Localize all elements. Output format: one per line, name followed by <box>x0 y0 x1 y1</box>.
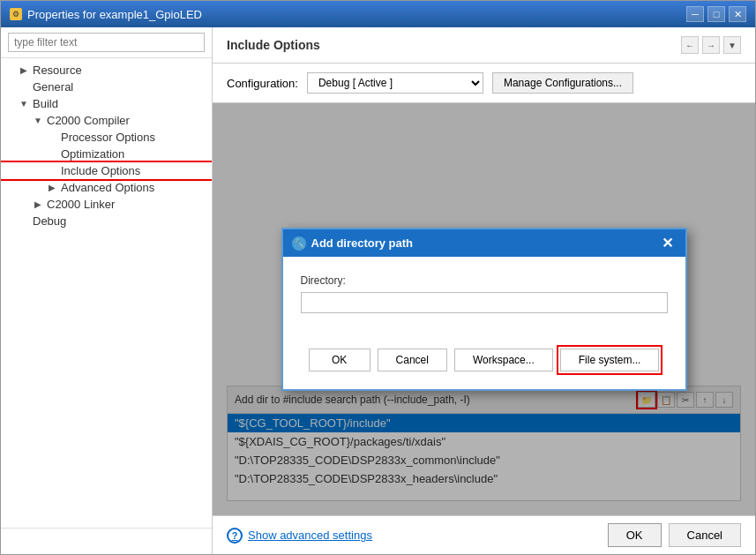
filter-bar <box>1 27 212 58</box>
modal-close-button[interactable]: ✕ <box>658 235 677 251</box>
sidebar-item-label: Resource <box>33 64 82 77</box>
modal-title-text: Add directory path <box>311 236 414 250</box>
modal-body: Directory: OK Cancel Workspace... File s… <box>283 257 685 389</box>
expand-arrow: ▶ <box>33 199 43 209</box>
panel-header: Include Options ← → ▼ <box>213 27 755 64</box>
expand-arrow: ▶ <box>19 65 29 75</box>
properties-window: ⚙ Properties for example1_GpioLED ─ □ ✕ … <box>0 0 756 555</box>
window-title: Properties for example1_GpioLED <box>27 8 202 21</box>
minimize-button[interactable]: ─ <box>686 6 704 22</box>
sidebar-item-label: Processor Options <box>61 131 155 144</box>
sidebar-item-general[interactable]: General <box>1 79 212 95</box>
dialog-cancel-button[interactable]: Cancel <box>378 349 447 371</box>
question-icon: ? <box>227 528 243 544</box>
panel-title: Include Options <box>227 38 320 52</box>
ok-button[interactable]: OK <box>608 523 662 547</box>
add-directory-dialog: 🔧 Add directory path ✕ Directory: OK Can… <box>281 228 687 391</box>
cancel-button[interactable]: Cancel <box>669 523 741 547</box>
directory-input[interactable] <box>301 292 668 313</box>
nav-back-button[interactable]: ← <box>681 36 699 54</box>
sidebar-item-resource[interactable]: ▶ Resource <box>1 62 212 79</box>
expand-arrow: ▶ <box>47 183 57 192</box>
dialog-workspace-button[interactable]: Workspace... <box>454 349 553 371</box>
sidebar-item-include-options[interactable]: Include Options <box>1 162 212 179</box>
sidebar-item-label: General <box>33 80 73 94</box>
tree: ▶ Resource General ▼ Build ▼ C2000 Compi… <box>1 58 212 528</box>
main-content: ▶ Resource General ▼ Build ▼ C2000 Compi… <box>1 27 755 554</box>
sidebar-item-label: C2000 Linker <box>47 198 115 211</box>
include-area: Add dir to #include search path (--inclu… <box>213 103 755 515</box>
sidebar-item-optimization[interactable]: Optimization <box>1 146 212 162</box>
maximize-button[interactable]: □ <box>707 6 725 22</box>
close-button[interactable]: ✕ <box>729 6 746 22</box>
sidebar-item-c2000-linker[interactable]: ▶ C2000 Linker <box>1 196 212 213</box>
sidebar-item-c2000-compiler[interactable]: ▼ C2000 Compiler <box>1 112 212 129</box>
dialog-filesystem-button[interactable]: File system... <box>560 349 660 371</box>
sidebar-item-label: Advanced Options <box>61 181 154 194</box>
modal-overlay: 🔧 Add directory path ✕ Directory: OK Can… <box>213 103 755 515</box>
sidebar-item-build[interactable]: ▼ Build <box>1 95 212 112</box>
panel-nav: ← → ▼ <box>681 36 741 54</box>
sidebar-item-label: Debug <box>33 214 66 228</box>
window-icon: ⚙ <box>10 8 22 20</box>
show-advanced-link[interactable]: ? Show advanced settings <box>227 528 372 544</box>
modal-buttons: OK Cancel Workspace... File system... <box>301 349 668 371</box>
title-bar-left: ⚙ Properties for example1_GpioLED <box>10 8 202 21</box>
show-advanced-text: Show advanced settings <box>248 529 372 542</box>
modal-title-left: 🔧 Add directory path <box>292 236 414 251</box>
filter-input[interactable] <box>8 33 205 52</box>
expand-arrow: ▼ <box>33 116 43 125</box>
dialog-ok-button[interactable]: OK <box>309 349 371 371</box>
title-bar: ⚙ Properties for example1_GpioLED ─ □ ✕ <box>1 1 755 27</box>
expand-arrow: ▼ <box>19 99 29 109</box>
sidebar-item-debug[interactable]: Debug <box>1 213 212 229</box>
window-controls: ─ □ ✕ <box>686 6 746 22</box>
sidebar-item-advanced-options[interactable]: ▶ Advanced Options <box>1 179 212 196</box>
bottom-buttons: OK Cancel <box>608 523 741 547</box>
config-label: Configuration: <box>227 77 298 90</box>
sidebar-item-label: Build <box>33 97 58 110</box>
modal-icon: 🔧 <box>292 236 306 251</box>
nav-dropdown-button[interactable]: ▼ <box>723 36 741 54</box>
config-bar: Configuration: Debug [ Active ] Manage C… <box>213 64 755 103</box>
sidebar-item-label: Include Options <box>61 164 140 177</box>
bottom-bar: ? Show advanced settings OK Cancel <box>213 515 755 554</box>
sidebar: ▶ Resource General ▼ Build ▼ C2000 Compi… <box>1 27 213 554</box>
nav-forward-button[interactable]: → <box>702 36 720 54</box>
directory-label: Directory: <box>301 274 668 287</box>
modal-title-bar: 🔧 Add directory path ✕ <box>283 229 685 257</box>
sidebar-bottom <box>1 528 212 554</box>
sidebar-item-label: C2000 Compiler <box>47 114 130 127</box>
sidebar-item-processor-options[interactable]: Processor Options <box>1 129 212 146</box>
config-select[interactable]: Debug [ Active ] <box>307 72 483 94</box>
main-panel: Include Options ← → ▼ Configuration: Deb… <box>213 27 755 554</box>
manage-configurations-button[interactable]: Manage Configurations... <box>492 72 633 94</box>
sidebar-item-label: Optimization <box>61 147 124 161</box>
